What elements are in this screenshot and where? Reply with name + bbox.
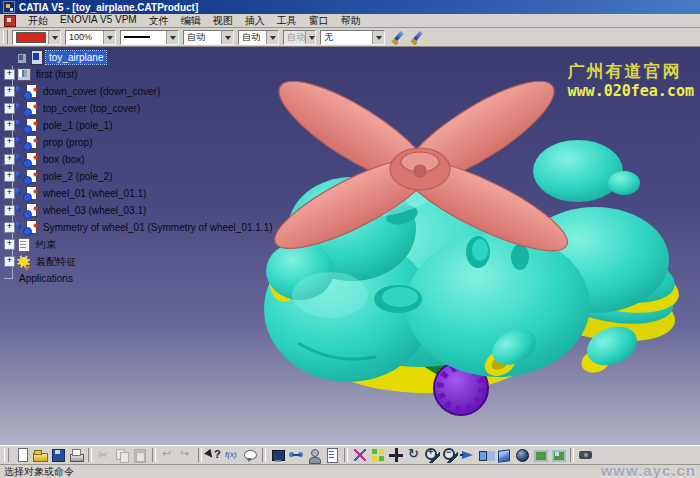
menu-item-8[interactable]: 帮助 — [335, 14, 367, 28]
formula-icon[interactable] — [224, 447, 240, 463]
chevron-down-icon[interactable] — [48, 31, 60, 44]
rotate-icon[interactable] — [406, 447, 422, 463]
tree-item-symmetry-of-wheel_01-symmetry-of-wheel_01-1-1-[interactable]: +Symmetry of wheel_01 (Symmetry of wheel… — [2, 219, 302, 236]
tree-item-down_cover-down_cover-[interactable]: +down_cover (down_cover) — [2, 83, 302, 100]
tree-item-label[interactable]: 约束 — [33, 238, 59, 251]
tree-item-wheel_01-wheel_01-1-[interactable]: +wheel_01 (wheel_01.1) — [2, 185, 302, 202]
document-icon[interactable] — [4, 15, 16, 27]
tree-item-prop-prop-[interactable]: +prop (prop) — [2, 134, 302, 151]
tree-item-label[interactable]: 装配特征 — [33, 255, 79, 268]
layer-combo[interactable]: 无 — [320, 30, 385, 45]
shaded-icon[interactable] — [514, 447, 530, 463]
tree-expander-icon[interactable]: + — [4, 188, 15, 199]
tree-item-label[interactable]: Symmetry of wheel_01 (Symmetry of wheel_… — [40, 221, 276, 234]
chevron-down-icon[interactable] — [266, 31, 278, 44]
fill-color-combo[interactable] — [12, 30, 61, 45]
tree-item-box-box-[interactable]: +box (box) — [2, 151, 302, 168]
split-icon[interactable] — [478, 447, 494, 463]
toy-airplane-model[interactable] — [264, 64, 684, 415]
catia-app-icon — [3, 1, 15, 13]
multiview-icon[interactable] — [370, 447, 386, 463]
tree-item-label[interactable]: box (box) — [40, 153, 88, 166]
point-style-combo[interactable]: 自动 — [238, 30, 279, 45]
chat-icon[interactable] — [242, 447, 258, 463]
line-weight-combo[interactable]: 自动 — [183, 30, 234, 45]
tree-item-label[interactable]: first (first) — [33, 68, 81, 81]
menu-item-7[interactable]: 窗口 — [303, 14, 335, 28]
zoom-out-icon[interactable] — [442, 447, 458, 463]
monitor-icon[interactable] — [270, 447, 286, 463]
chevron-down-icon[interactable] — [166, 31, 178, 44]
painter-wizard-icon[interactable] — [409, 30, 426, 45]
person-icon[interactable] — [306, 447, 322, 463]
tree-item-pole_1-pole_1-[interactable]: +pole_1 (pole_1) — [2, 117, 302, 134]
tree-item-applications[interactable]: Applications — [2, 270, 302, 287]
isometric-icon[interactable] — [496, 447, 512, 463]
chevron-down-icon[interactable] — [221, 31, 233, 44]
normal-view-icon[interactable] — [460, 447, 476, 463]
tree-item-label[interactable]: prop (prop) — [40, 136, 95, 149]
tree-item-label[interactable]: down_cover (down_cover) — [40, 85, 163, 98]
tree-item-label[interactable]: pole_2 (pole_2) — [40, 170, 116, 183]
tree-item-first-first-[interactable]: +first (first) — [2, 66, 302, 83]
title-bar[interactable]: CATIA V5 - [toy_airplane.CATProduct] — [0, 0, 700, 14]
help-icon[interactable] — [206, 447, 222, 463]
tree-item-label[interactable]: Applications — [16, 272, 76, 285]
render-style-combo[interactable]: 自动 — [283, 30, 316, 45]
tree-item-label[interactable]: wheel_01 (wheel_01.1) — [40, 187, 149, 200]
tree-stub — [4, 278, 13, 279]
component-mark-icon — [16, 137, 22, 144]
menu-item-5[interactable]: 插入 — [239, 14, 271, 28]
menu-item-3[interactable]: 编辑 — [175, 14, 207, 28]
tree-item-pole_2-pole_2-[interactable]: +pole_2 (pole_2) — [2, 168, 302, 185]
tree-item--[interactable]: +约束 — [2, 236, 302, 253]
tree-expander-icon[interactable]: + — [4, 171, 15, 182]
tree-expander-icon[interactable]: + — [4, 137, 15, 148]
tree-expander-icon[interactable]: + — [4, 239, 15, 250]
tree-expander-icon[interactable]: + — [4, 120, 15, 131]
tree-item--[interactable]: +装配特征 — [2, 253, 302, 270]
chevron-down-icon[interactable] — [103, 31, 115, 44]
opacity-combo[interactable]: 100% — [65, 30, 116, 45]
tree-expander-icon[interactable]: + — [4, 86, 15, 97]
menu-item-6[interactable]: 工具 — [271, 14, 303, 28]
tree-expander-icon[interactable]: + — [4, 69, 15, 80]
painter-icon[interactable] — [390, 30, 407, 45]
save-icon[interactable] — [50, 447, 66, 463]
zoom-in-icon[interactable] — [424, 447, 440, 463]
tree-expander-icon[interactable]: + — [4, 103, 15, 114]
new-icon[interactable] — [14, 447, 30, 463]
view-b-icon[interactable] — [550, 447, 566, 463]
tree-item-label[interactable]: toy_airplane — [46, 51, 106, 64]
pan-icon[interactable] — [388, 447, 404, 463]
component-mark-icon — [16, 222, 22, 229]
tree-expander-icon[interactable]: + — [4, 256, 15, 267]
chevron-down-icon[interactable] — [372, 31, 384, 44]
menu-item-1[interactable]: ENOVIA V5 VPM — [54, 14, 143, 28]
toolbar-grip[interactable] — [4, 448, 9, 462]
menu-item-4[interactable]: 视图 — [207, 14, 239, 28]
print-icon[interactable] — [68, 447, 84, 463]
open-icon[interactable] — [32, 447, 48, 463]
chevron-down-icon[interactable] — [305, 31, 316, 44]
tree-item-label[interactable]: wheel_03 (wheel_03.1) — [40, 204, 149, 217]
tree-expander-icon[interactable]: + — [4, 205, 15, 216]
menu-item-0[interactable]: 开始 — [22, 14, 54, 28]
line-type-combo[interactable] — [120, 30, 179, 45]
link-icon[interactable] — [288, 447, 304, 463]
tree-item-wheel_03-wheel_03-1-[interactable]: +wheel_03 (wheel_03.1) — [2, 202, 302, 219]
report-icon[interactable] — [324, 447, 340, 463]
tree-item-toy_airplane[interactable]: toy_airplane — [2, 49, 302, 66]
view-a-icon[interactable] — [532, 447, 548, 463]
tree-expander-icon[interactable]: + — [4, 222, 15, 233]
tree-item-label[interactable]: pole_1 (pole_1) — [40, 119, 116, 132]
tree-item-top_cover-top_cover-[interactable]: +top_cover (top_cover) — [2, 100, 302, 117]
cabin-dome[interactable] — [533, 140, 623, 202]
camera-icon[interactable] — [578, 447, 594, 463]
cabin-bump[interactable] — [608, 171, 640, 195]
menu-item-2[interactable]: 文件 — [143, 14, 175, 28]
toolbar-grip[interactable] — [3, 30, 8, 44]
tree-item-label[interactable]: top_cover (top_cover) — [40, 102, 143, 115]
tree-expander-icon[interactable]: + — [4, 154, 15, 165]
fly-icon[interactable] — [352, 447, 368, 463]
